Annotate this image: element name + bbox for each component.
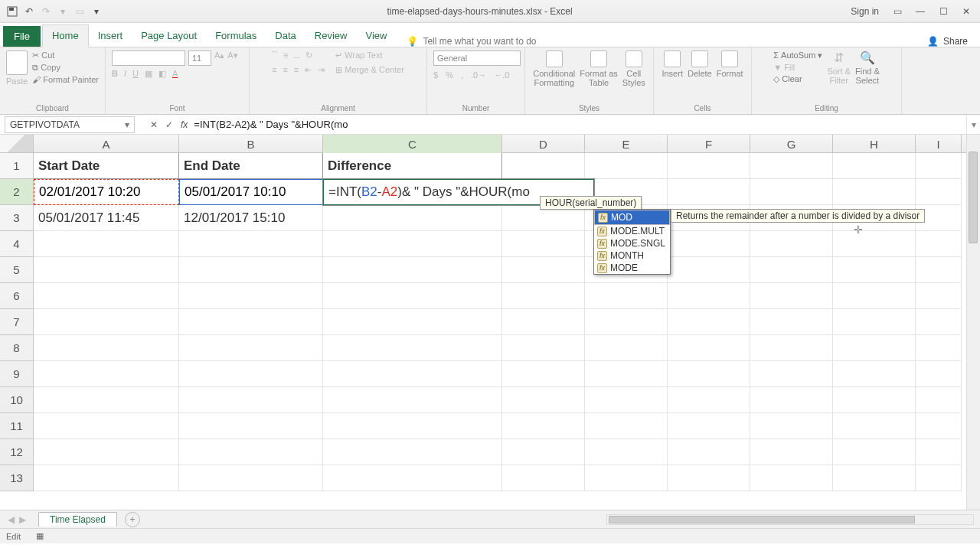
- tab-data[interactable]: Data: [266, 25, 305, 47]
- row-header-5[interactable]: 5: [0, 257, 34, 283]
- cell-C9[interactable]: [323, 361, 502, 387]
- cell-C11[interactable]: [323, 413, 502, 439]
- dec-decimal-icon[interactable]: ←.0: [494, 70, 509, 80]
- redo-icon[interactable]: ↷: [40, 5, 52, 18]
- autocomplete-item-mode-mult[interactable]: fxMODE.MULT: [594, 225, 670, 237]
- italic-button[interactable]: I: [124, 69, 126, 79]
- cell-B3[interactable]: 12/01/2017 15:10: [179, 205, 323, 231]
- col-header-F[interactable]: F: [668, 135, 750, 153]
- cell-I9[interactable]: [916, 361, 962, 387]
- cell-C5[interactable]: [323, 257, 502, 283]
- col-header-E[interactable]: E: [585, 135, 668, 153]
- cell-C8[interactable]: [323, 335, 502, 361]
- format-cells-button[interactable]: Format: [717, 51, 743, 78]
- cell-F10[interactable]: [668, 387, 750, 413]
- share-button[interactable]: 👤 Share: [927, 36, 977, 47]
- cell-B4[interactable]: [179, 231, 323, 257]
- cell-F2[interactable]: [668, 179, 750, 205]
- cell-E6[interactable]: [585, 283, 668, 309]
- font-size-select[interactable]: 11: [188, 51, 211, 66]
- align-bottom-icon[interactable]: ⎵: [294, 51, 299, 60]
- cell-A12[interactable]: [34, 439, 179, 465]
- indent-inc-icon[interactable]: ⇥: [318, 65, 325, 75]
- cell-C7[interactable]: [323, 309, 502, 335]
- touch-mode-icon[interactable]: ▭: [74, 5, 86, 18]
- align-top-icon[interactable]: ⎴: [272, 51, 277, 60]
- tab-file[interactable]: File: [3, 26, 41, 47]
- minimize-button[interactable]: —: [910, 3, 931, 20]
- tab-view[interactable]: View: [356, 25, 396, 47]
- cell-I13[interactable]: [916, 465, 962, 491]
- grow-font-icon[interactable]: A▴: [214, 51, 224, 66]
- cell-G7[interactable]: [750, 309, 833, 335]
- qat-customize-icon[interactable]: ▾: [90, 5, 103, 18]
- cell-C10[interactable]: [323, 387, 502, 413]
- row-header-6[interactable]: 6: [0, 283, 34, 309]
- cell-E1[interactable]: [585, 153, 668, 179]
- cell-H10[interactable]: [833, 387, 916, 413]
- cell-B10[interactable]: [179, 387, 323, 413]
- cell-E10[interactable]: [585, 387, 668, 413]
- orientation-icon[interactable]: ↻: [305, 51, 312, 60]
- col-header-B[interactable]: B: [179, 135, 323, 153]
- autocomplete-item-mod[interactable]: fxMOD: [594, 210, 670, 225]
- col-header-I[interactable]: I: [916, 135, 962, 153]
- insert-cells-button[interactable]: Insert: [662, 51, 683, 78]
- row-header-8[interactable]: 8: [0, 335, 34, 361]
- autocomplete-item-month[interactable]: fxMONTH: [594, 249, 670, 262]
- tab-nav-prev-icon[interactable]: ◀: [8, 514, 15, 525]
- tab-nav-next-icon[interactable]: ▶: [19, 514, 26, 525]
- cell-H4[interactable]: [833, 231, 916, 257]
- vertical-scrollbar[interactable]: [966, 135, 980, 510]
- enter-formula-button[interactable]: ✓: [165, 119, 173, 130]
- insert-function-button[interactable]: fx: [181, 119, 188, 130]
- cell-C3[interactable]: [323, 205, 502, 231]
- new-sheet-button[interactable]: +: [125, 512, 140, 527]
- col-header-D[interactable]: D: [502, 135, 585, 153]
- cell-B9[interactable]: [179, 361, 323, 387]
- cell-F12[interactable]: [668, 439, 750, 465]
- row-header-12[interactable]: 12: [0, 439, 34, 465]
- cell-A8[interactable]: [34, 335, 179, 361]
- cell-B13[interactable]: [179, 465, 323, 491]
- cell-C4[interactable]: [323, 231, 502, 257]
- cell-I7[interactable]: [916, 309, 962, 335]
- horizontal-scroll-thumb[interactable]: [609, 516, 915, 523]
- cell-F7[interactable]: [668, 309, 750, 335]
- sign-in-link[interactable]: Sign in: [851, 6, 879, 17]
- cell-F9[interactable]: [668, 361, 750, 387]
- cell-A7[interactable]: [34, 309, 179, 335]
- close-button[interactable]: ✕: [956, 3, 977, 20]
- horizontal-scrollbar[interactable]: [606, 514, 974, 525]
- col-header-G[interactable]: G: [750, 135, 833, 153]
- cell-I2[interactable]: [916, 179, 962, 205]
- cancel-formula-button[interactable]: ✕: [150, 119, 158, 130]
- cell-G4[interactable]: [750, 231, 833, 257]
- cell-F4[interactable]: [668, 231, 750, 257]
- cell-I5[interactable]: [916, 257, 962, 283]
- row-header-13[interactable]: 13: [0, 465, 34, 491]
- clear-button[interactable]: ◇ Clear: [773, 74, 822, 84]
- undo-icon[interactable]: ↶: [23, 5, 35, 18]
- cell-C1[interactable]: Difference: [323, 153, 502, 179]
- cell-styles-button[interactable]: Cell Styles: [622, 51, 645, 87]
- formula-autocomplete[interactable]: fxMODfxMODE.MULTfxMODE.SNGLfxMONTHfxMODE: [593, 209, 671, 275]
- cell-H11[interactable]: [833, 413, 916, 439]
- cell-I4[interactable]: [916, 231, 962, 257]
- maximize-button[interactable]: ☐: [933, 3, 954, 20]
- cell-G9[interactable]: [750, 361, 833, 387]
- cell-D7[interactable]: [502, 309, 585, 335]
- indent-dec-icon[interactable]: ⇤: [305, 65, 312, 75]
- paste-button[interactable]: Paste: [6, 51, 28, 86]
- format-as-table-button[interactable]: Format as Table: [580, 51, 618, 87]
- cell-F11[interactable]: [668, 413, 750, 439]
- cell-I12[interactable]: [916, 439, 962, 465]
- border-button[interactable]: ▦: [145, 69, 152, 79]
- cell-G6[interactable]: [750, 283, 833, 309]
- qat-more-icon[interactable]: ▾: [57, 5, 69, 18]
- col-header-A[interactable]: A: [34, 135, 179, 153]
- conditional-formatting-button[interactable]: Conditional Formatting: [533, 51, 575, 87]
- number-format-select[interactable]: General: [433, 51, 521, 66]
- row-header-4[interactable]: 4: [0, 231, 34, 257]
- comma-icon[interactable]: ,: [461, 70, 463, 80]
